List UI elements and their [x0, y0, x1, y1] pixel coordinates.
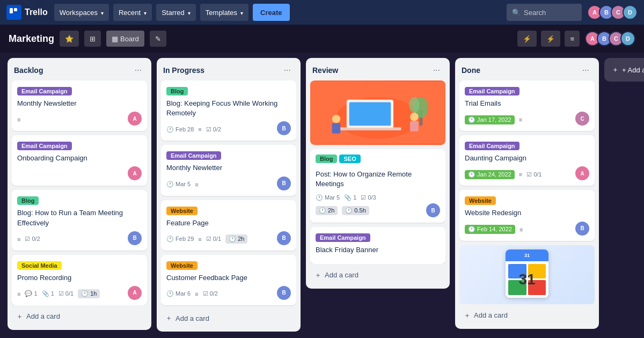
card-footer-11: 🕐 Mar 5 📎 1 ☑ 0/3: [316, 192, 440, 201]
check-11: ☑ 0/3: [361, 194, 376, 201]
svg-point-12: [410, 113, 419, 121]
recent-menu[interactable]: Recent: [113, 4, 152, 21]
svg-rect-8: [332, 123, 341, 133]
workspaces-menu[interactable]: Workspaces: [54, 4, 109, 21]
tag-email-12: Email Campaign: [316, 233, 370, 242]
card-gcal[interactable]: 31 31: [459, 245, 595, 304]
card-avatar: A: [128, 112, 142, 126]
tag-website-15: Website: [465, 196, 496, 205]
card-post-remote-meetings[interactable]: Blog SEO Post: How to Organize Remote Me…: [310, 149, 445, 223]
templates-chevron: [239, 9, 243, 17]
card-promo-recording[interactable]: Social Media Promo Recording ≡ 💬 1 📎 1 ☑…: [12, 255, 147, 305]
card-avatar-6: B: [277, 177, 291, 190]
search-box[interactable]: 🔍 Search: [507, 4, 582, 21]
check-7: ☑ 0/1: [206, 236, 221, 243]
recent-chevron: [143, 9, 147, 17]
create-button[interactable]: Create: [253, 4, 289, 21]
card-website-redesign[interactable]: Website Website Redesign 🕐 Feb 14, 2022 …: [459, 190, 595, 240]
tag-email-6: Email Campaign: [166, 151, 221, 160]
comment-meta: 💬 1: [25, 290, 37, 297]
inprogress-add-card-button[interactable]: ＋ Add a card: [161, 310, 296, 326]
lines-5: ≡: [198, 126, 201, 133]
done-menu-button[interactable]: ···: [579, 64, 592, 76]
card-hero-image[interactable]: [310, 80, 445, 145]
star-board-button[interactable]: ⭐: [60, 31, 79, 47]
tag-social-media: Social Media: [17, 261, 62, 270]
card-meta-14: 🕐 Jan 24, 2022 ≡ ☑ 0/1: [465, 170, 541, 179]
card-avatar-4: A: [128, 286, 142, 300]
check-14: ☑ 0/1: [526, 171, 541, 178]
attach-11: 📎 1: [344, 194, 356, 201]
card-black-friday-banner[interactable]: Email Campaign Black Friday Banner: [310, 227, 445, 263]
card-feature-page[interactable]: Website Feature Page 🕐 Feb 29 ≡ ☑ 0/1 🕐 …: [161, 200, 296, 251]
starred-menu[interactable]: Starred: [156, 4, 196, 21]
time-meta: 🕐 1h: [78, 289, 100, 298]
card-blog-team-meeting[interactable]: Blog Blog: How to Run a Team Meeting Eff…: [12, 190, 147, 250]
card-meta-11: 🕐 Mar 5 📎 1 ☑ 0/3: [316, 194, 376, 201]
inprogress-cards: Blog Blog: Keeping Focus While Working R…: [161, 80, 296, 307]
avatar-4: D: [623, 5, 638, 20]
card-onboarding-campaign[interactable]: Email Campaign Onboarding Campaign A: [12, 135, 147, 186]
column-done: Done ··· Email Campaign Trial Emails 🕐 J…: [455, 58, 599, 329]
card-blog-focus[interactable]: Blog Blog: Keeping Focus While Working R…: [161, 80, 296, 141]
plus-icon-4: ＋: [464, 311, 471, 320]
card-avatar-13: C: [575, 112, 589, 126]
templates-menu[interactable]: Templates: [200, 4, 248, 21]
lines-8: ≡: [195, 291, 198, 297]
lines-13: ≡: [519, 116, 522, 123]
card-footer-6: 🕐 Mar 5 ≡ B: [166, 177, 291, 190]
customize-button[interactable]: ✎: [150, 31, 166, 47]
card-meta: ≡: [17, 116, 20, 123]
column-backlog: Backlog ··· Email Campaign Monthly Newsl…: [8, 58, 151, 330]
plus-icon-3: ＋: [314, 270, 321, 280]
tag-email-14: Email Campaign: [465, 142, 519, 150]
card-footer-14: 🕐 Jan 24, 2022 ≡ ☑ 0/1 A: [465, 166, 589, 180]
tag-blog: Blog: [17, 196, 39, 205]
power-ups-button[interactable]: ⚡: [517, 31, 537, 47]
card-monthly-newsletter[interactable]: Email Campaign Monthly Newsletter ≡ A: [12, 80, 147, 131]
attach-meta: 📎 1: [42, 290, 54, 297]
card-footer-8: 🕐 Mar 6 ≡ ☑ 0/2 B: [166, 286, 291, 300]
card-meta-5: 🕐 Feb 28 ≡ ☑ 0/2: [166, 126, 221, 133]
card-customer-feedback[interactable]: Website Customer Feedback Page 🕐 Mar 6 ≡…: [161, 255, 296, 305]
tag-email-campaign-2: Email Campaign: [17, 142, 72, 150]
board-canvas: Backlog ··· Email Campaign Monthly Newsl…: [0, 53, 644, 338]
board-header: Marketing ⭐ ⊞ ▦ Board ✎ ⚡ ⚡ ≡ A B C D: [0, 25, 644, 53]
review-add-card-button[interactable]: ＋ Add a card: [310, 267, 445, 283]
card-footer-2: A: [17, 166, 142, 180]
backlog-add-card-button[interactable]: ＋ Add a card: [12, 308, 147, 325]
filter-button[interactable]: ≡: [565, 31, 580, 47]
tag-website-8: Website: [166, 261, 197, 270]
lines-15: ≡: [519, 226, 523, 233]
card-trial-emails[interactable]: Email Campaign Trial Emails 🕐 Jan 17, 20…: [459, 80, 595, 131]
plus-icon-2: ＋: [165, 313, 172, 323]
inprogress-menu-button[interactable]: ···: [281, 64, 294, 76]
card-avatar-15: B: [575, 222, 589, 236]
card-avatar-2: A: [128, 166, 142, 180]
card-avatar-11: B: [426, 203, 440, 217]
review-menu-button[interactable]: ···: [430, 64, 443, 76]
trello-logo: Trello: [6, 5, 48, 20]
svg-rect-5: [339, 127, 401, 130]
card-avatar-5: B: [277, 121, 291, 135]
card-monthly-newletter[interactable]: Email Campaign Monthly Newletter 🕐 Mar 5…: [161, 145, 296, 195]
add-column-button[interactable]: ＋ + Add another list: [604, 58, 644, 82]
column-review: Review ···: [306, 58, 450, 289]
column-inprogress-header: In Progress ···: [161, 63, 296, 80]
svg-rect-13: [410, 121, 419, 131]
board-view-button[interactable]: ▦ Board: [106, 31, 144, 47]
workspace-button[interactable]: ⊞: [84, 31, 101, 47]
workspaces-chevron: [100, 9, 104, 17]
done-add-card-button[interactable]: ＋ Add a card: [459, 307, 595, 324]
backlog-menu-button[interactable]: ···: [131, 64, 145, 76]
review-cards: Blog SEO Post: How to Organize Remote Me…: [310, 80, 445, 264]
checklist-meta: ☑ 0/2: [25, 236, 40, 243]
check-meta: ☑ 0/1: [58, 290, 74, 297]
board-avatar-4: D: [620, 31, 635, 46]
card-daunting-campaign[interactable]: Email Campaign Daunting Campaign 🕐 Jan 2…: [459, 135, 595, 186]
card-meta-13: 🕐 Jan 17, 2022 ≡: [465, 115, 522, 124]
card-meta-6: 🕐 Mar 5 ≡: [166, 181, 199, 188]
board-avatars: A B C D: [588, 31, 635, 46]
board-header-right: ⚡ ⚡ ≡ A B C D: [517, 31, 635, 47]
automation-button[interactable]: ⚡: [541, 31, 560, 47]
